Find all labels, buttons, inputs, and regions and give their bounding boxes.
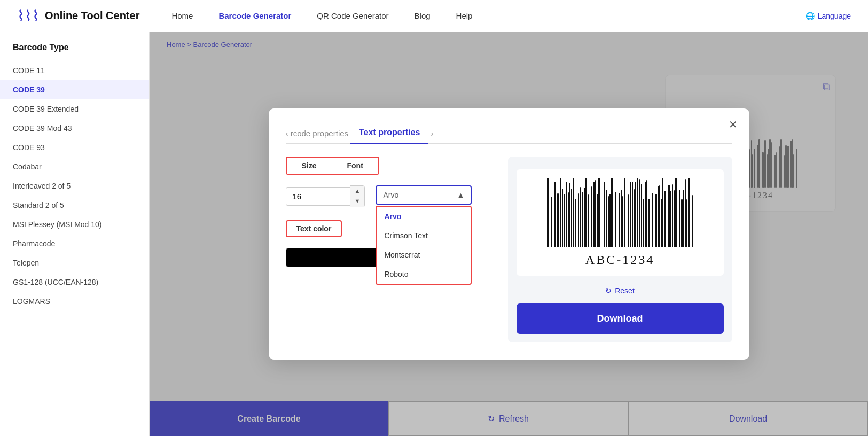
sidebar-item-code93[interactable]: CODE 93 [0, 138, 149, 157]
font-selected-label: Arvo [383, 191, 398, 199]
size-font-row: ▲ ▼ Arvo ▲ [286, 185, 491, 207]
sidebar-item-gs1128[interactable]: GS1-128 (UCC/EAN-128) [0, 272, 149, 292]
sub-tabs: Size Font [286, 157, 379, 175]
sidebar-item-logmars[interactable]: LOGMARS [0, 292, 149, 311]
sidebar-item-code39[interactable]: CODE 39 [0, 80, 149, 99]
navbar: ⌇⌇⌇ Online Tool Center Home Barcode Gene… [0, 0, 868, 32]
sidebar-item-interleaved[interactable]: Interleaved 2 of 5 [0, 176, 149, 196]
logo-text: Online Tool Center [45, 10, 139, 22]
modal: ✕ ‹ rcode properties Text properties › S… [269, 108, 749, 360]
sidebar-item-telepen[interactable]: Telepen [0, 253, 149, 272]
modal-close-button[interactable]: ✕ [729, 118, 738, 131]
logo-icon: ⌇⌇⌇ [17, 7, 40, 25]
sidebar-title: Barcode Type [0, 43, 149, 61]
tab-text-properties[interactable]: Text properties [350, 123, 428, 144]
nav-qr-code-generator[interactable]: QR Code Generator [317, 11, 388, 20]
modal-body: Size Font ▲ ▼ [286, 157, 732, 342]
font-option-arvo[interactable]: Arvo [377, 207, 471, 226]
sidebar-item-pharmacode[interactable]: Pharmacode [0, 234, 149, 253]
reset-button[interactable]: ↻ Reset [605, 286, 635, 295]
nav-links: Home Barcode Generator QR Code Generator… [171, 11, 805, 20]
font-dropdown-wrapper: Arvo ▲ Arvo Crimson Text Montserrat Robo… [376, 185, 472, 205]
language-label: Language [818, 12, 851, 20]
text-color-label: Text color [286, 220, 342, 237]
tab-next[interactable]: › [431, 129, 433, 138]
sub-tab-font[interactable]: Font [332, 158, 378, 174]
font-dropdown-list: Arvo Crimson Text Montserrat Roboto [376, 206, 472, 285]
logo[interactable]: ⌇⌇⌇ Online Tool Center [17, 7, 139, 25]
sidebar-item-code39ext[interactable]: CODE 39 Extended [0, 99, 149, 119]
font-option-roboto[interactable]: Roboto [377, 264, 471, 284]
size-input[interactable] [286, 187, 350, 206]
barcode-preview: ABC-1234 [517, 169, 724, 276]
font-dropdown-button[interactable]: Arvo ▲ [376, 185, 472, 205]
sub-tab-size[interactable]: Size [287, 158, 332, 174]
color-swatch[interactable] [286, 248, 382, 267]
size-spinners: ▲ ▼ [350, 185, 365, 207]
refresh-icon: ↻ [605, 286, 612, 295]
chevron-up-icon: ▲ [457, 191, 465, 199]
size-down-button[interactable]: ▼ [350, 196, 365, 206]
sidebar: Barcode Type CODE 11 CODE 39 CODE 39 Ext… [0, 32, 150, 436]
font-option-crimson[interactable]: Crimson Text [377, 226, 471, 245]
modal-overlay: ✕ ‹ rcode properties Text properties › S… [150, 32, 868, 436]
size-up-button[interactable]: ▲ [350, 186, 365, 196]
nav-barcode-generator[interactable]: Barcode Generator [218, 11, 291, 20]
content-area: Home > Barcode Generator ABC-1234 ⧉ [150, 32, 868, 436]
main-layout: Barcode Type CODE 11 CODE 39 CODE 39 Ext… [0, 32, 868, 436]
sidebar-item-msi[interactable]: MSI Plessey (MSI Mod 10) [0, 215, 149, 234]
tab-prev[interactable]: ‹ rcode properties [286, 129, 349, 138]
nav-home[interactable]: Home [171, 11, 193, 20]
modal-left-panel: Size Font ▲ ▼ [286, 157, 491, 342]
modal-right-panel: ABC-1234 ↻ Reset Download [508, 157, 732, 342]
language-selector[interactable]: 🌐 Language [806, 12, 851, 20]
modal-download-button[interactable]: Download [517, 303, 724, 334]
reset-label: Reset [615, 286, 635, 295]
modal-tabs: ‹ rcode properties Text properties › [286, 123, 732, 144]
font-option-montserrat[interactable]: Montserrat [377, 245, 471, 264]
barcode-bars [547, 178, 693, 247]
nav-help[interactable]: Help [456, 11, 473, 20]
nav-blog[interactable]: Blog [415, 11, 431, 20]
barcode-preview-text: ABC-1234 [585, 253, 654, 267]
sidebar-item-code39mod43[interactable]: CODE 39 Mod 43 [0, 119, 149, 138]
sidebar-item-code11[interactable]: CODE 11 [0, 61, 149, 80]
sidebar-item-standard2of5[interactable]: Standard 2 of 5 [0, 196, 149, 215]
sidebar-item-codabar[interactable]: Codabar [0, 157, 149, 176]
globe-icon: 🌐 [806, 12, 815, 20]
size-input-group: ▲ ▼ [286, 185, 365, 207]
